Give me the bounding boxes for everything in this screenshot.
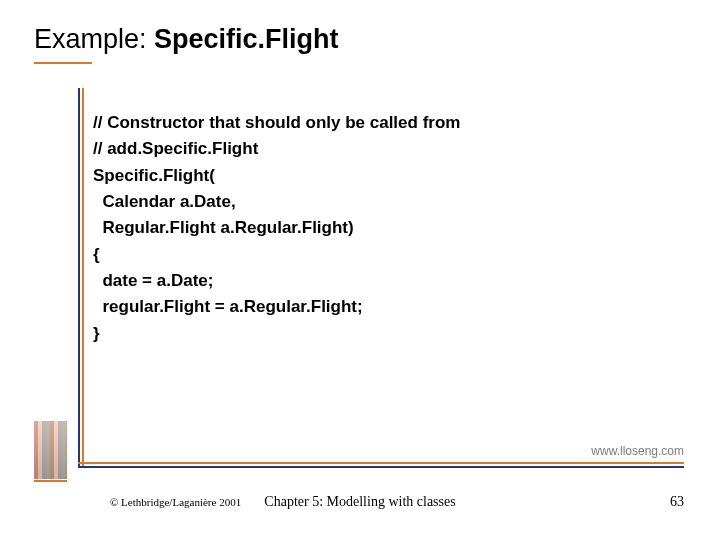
code-line: regular.Flight = a.Regular.Flight; bbox=[93, 297, 363, 316]
slide: Example: Specific.Flight // Constructor … bbox=[0, 0, 720, 540]
title-underline bbox=[34, 62, 92, 64]
footer-url: www.lloseng.com bbox=[591, 444, 684, 458]
code-line: } bbox=[93, 324, 100, 343]
code-line: Specific.Flight( bbox=[93, 166, 215, 185]
footer-chapter: Chapter 5: Modelling with classes bbox=[0, 494, 720, 510]
footer-page-number: 63 bbox=[670, 494, 684, 510]
title-plain: Example: bbox=[34, 24, 154, 54]
code-block: // Constructor that should only be calle… bbox=[93, 110, 460, 347]
code-line: Regular.Flight a.Regular.Flight) bbox=[93, 218, 354, 237]
code-line: // add.Specific.Flight bbox=[93, 139, 258, 158]
decorative-texture bbox=[34, 421, 67, 479]
code-line: { bbox=[93, 245, 100, 264]
code-line: date = a.Date; bbox=[93, 271, 213, 290]
code-line: // Constructor that should only be calle… bbox=[93, 113, 460, 132]
vertical-rule-blue bbox=[78, 88, 80, 466]
code-line: Calendar a.Date, bbox=[93, 192, 236, 211]
horizontal-rule-blue bbox=[78, 466, 684, 468]
title-bold: Specific.Flight bbox=[154, 24, 339, 54]
horizontal-rule-orange bbox=[78, 462, 684, 464]
vertical-rule-orange bbox=[82, 88, 84, 466]
decorative-underline bbox=[34, 480, 67, 482]
slide-title: Example: Specific.Flight bbox=[34, 24, 339, 55]
